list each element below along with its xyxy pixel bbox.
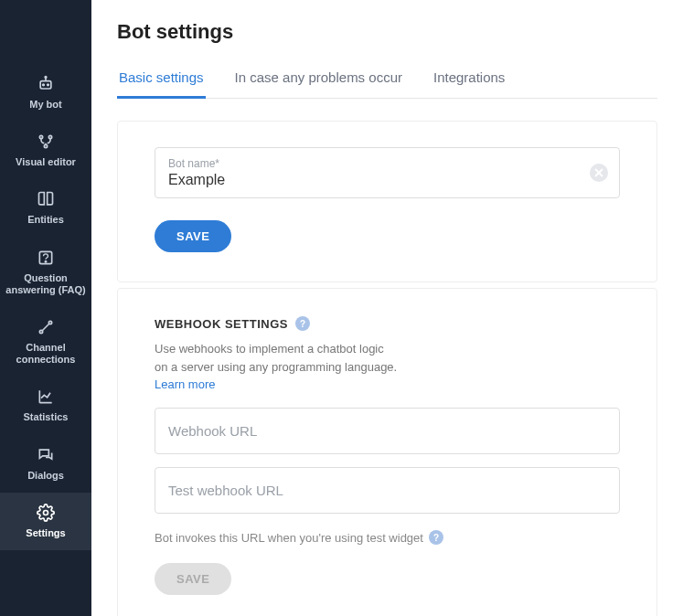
tab-integrations[interactable]: Integrations <box>432 69 507 99</box>
robot-icon <box>37 75 55 93</box>
connection-icon <box>37 318 55 336</box>
svg-point-5 <box>39 136 42 139</box>
gear-icon <box>37 504 55 522</box>
webhook-url-input[interactable] <box>155 408 620 454</box>
svg-point-7 <box>44 145 47 148</box>
sidebar-item-my-bot[interactable]: My bot <box>0 64 91 122</box>
sidebar-item-label: Statistics <box>24 411 69 423</box>
sidebar-item-label: Entities <box>27 214 64 226</box>
svg-point-11 <box>48 321 51 324</box>
webhook-desc-line2: on a server using any programming langua… <box>155 358 620 377</box>
svg-point-6 <box>48 136 51 139</box>
sidebar-item-label: Dialogs <box>27 470 64 482</box>
svg-point-1 <box>43 84 45 86</box>
svg-line-12 <box>42 324 49 331</box>
book-icon <box>37 190 55 208</box>
dialogs-icon <box>37 446 55 464</box>
sidebar-item-label: My bot <box>29 99 61 111</box>
bot-name-field-wrapper[interactable]: Bot name* <box>155 147 620 198</box>
faq-icon <box>37 249 55 267</box>
webhook-desc-line1: Use webhooks to implement a chatbot logi… <box>155 340 620 358</box>
sidebar-item-settings[interactable]: Settings <box>0 493 91 550</box>
main-content: Bot settings Basic settings In case any … <box>91 0 683 616</box>
sidebar: My bot Visual editor Entities Question a… <box>0 0 91 616</box>
help-icon[interactable]: ? <box>429 530 443 545</box>
sidebar-item-faq[interactable]: Question answering (FAQ) <box>0 238 91 307</box>
svg-point-2 <box>48 84 49 86</box>
test-webhook-helper: Bot invokes this URL when you're using t… <box>155 531 423 545</box>
sidebar-item-statistics[interactable]: Statistics <box>0 377 91 434</box>
sidebar-item-channel-connections[interactable]: Channel connections <box>0 307 91 377</box>
page-title: Bot settings <box>117 20 657 44</box>
svg-point-4 <box>45 77 47 79</box>
branch-icon <box>37 133 55 151</box>
sidebar-item-label: Question answering (FAQ) <box>4 272 88 296</box>
webhook-save-button[interactable]: SAVE <box>155 563 231 595</box>
tab-problems[interactable]: In case any problems occur <box>233 69 404 99</box>
webhook-title: WEBHOOK SETTINGS <box>155 317 288 331</box>
svg-point-10 <box>39 330 42 333</box>
sidebar-item-dialogs[interactable]: Dialogs <box>0 435 91 493</box>
save-button[interactable]: SAVE <box>155 220 231 252</box>
sidebar-item-entities[interactable]: Entities <box>0 179 91 237</box>
test-webhook-url-input[interactable] <box>155 467 620 514</box>
sidebar-item-visual-editor[interactable]: Visual editor <box>0 122 91 179</box>
tab-basic-settings[interactable]: Basic settings <box>117 69 206 99</box>
sidebar-item-label: Settings <box>26 527 65 539</box>
webhook-settings-card: WEBHOOK SETTINGS ? Use webhooks to imple… <box>117 288 657 616</box>
bot-name-label: Bot name* <box>168 157 606 170</box>
learn-more-link[interactable]: Learn more <box>155 377 215 391</box>
sidebar-item-label: Visual editor <box>16 156 76 168</box>
webhook-description: Use webhooks to implement a chatbot logi… <box>155 340 620 376</box>
sidebar-item-label: Channel connections <box>4 342 88 366</box>
svg-point-13 <box>44 510 48 515</box>
basic-settings-card: Bot name* SAVE <box>117 121 657 282</box>
help-icon[interactable]: ? <box>295 316 310 331</box>
bot-name-input[interactable] <box>168 172 606 188</box>
webhook-section-header: WEBHOOK SETTINGS ? <box>155 316 620 331</box>
test-webhook-helper-row: Bot invokes this URL when you're using t… <box>155 530 620 545</box>
clear-icon[interactable] <box>590 164 608 182</box>
svg-point-9 <box>45 260 46 261</box>
tabs: Basic settings In case any problems occu… <box>117 69 657 99</box>
chart-icon <box>37 388 55 406</box>
